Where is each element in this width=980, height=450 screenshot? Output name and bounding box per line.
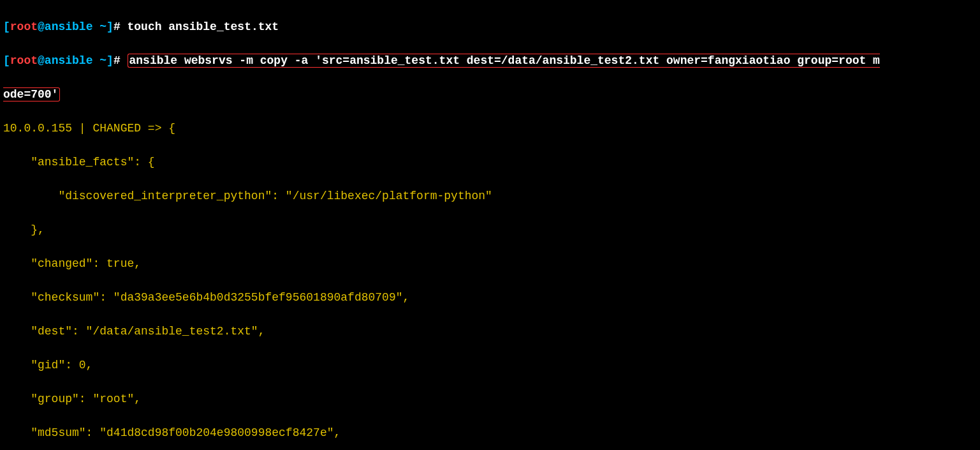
output-line: "discovered_interpreter_python": "/usr/l… bbox=[3, 188, 977, 205]
output-line: "ansible_facts": { bbox=[3, 154, 977, 171]
prompt-host: ansible bbox=[45, 20, 93, 33]
terminal-output[interactable]: [root@ansible ~]# touch ansible_test.txt… bbox=[0, 0, 980, 450]
output-line: "group": "root", bbox=[3, 391, 977, 408]
highlight-box-start: ansible websrvs -m copy -a 'src=ansible_… bbox=[128, 54, 880, 68]
prompt-path: ~ bbox=[92, 20, 106, 33]
command-touch: touch ansible_test.txt bbox=[128, 20, 279, 33]
command-line-2-cont: ode=700' bbox=[3, 86, 977, 103]
command-line-1: [root@ansible ~]# touch ansible_test.txt bbox=[3, 19, 977, 36]
output-line: 10.0.0.155 | CHANGED => { bbox=[3, 120, 977, 137]
prompt-at: @ bbox=[38, 20, 45, 33]
prompt-user: root bbox=[10, 54, 38, 67]
prompt-user: root bbox=[10, 20, 38, 33]
prompt-host: ansible bbox=[45, 54, 93, 67]
output-line: "dest": "/data/ansible_test2.txt", bbox=[3, 323, 977, 340]
output-line: "gid": 0, bbox=[3, 357, 977, 374]
prompt-bracket-open: [ bbox=[3, 54, 10, 67]
prompt-hash: # bbox=[113, 54, 128, 67]
output-line: "changed": true, bbox=[3, 255, 977, 273]
highlight-box-end: ode=700' bbox=[3, 87, 60, 101]
prompt-bracket-close: ] bbox=[106, 54, 113, 67]
prompt-at: @ bbox=[38, 54, 45, 67]
command-line-2: [root@ansible ~]# ansible websrvs -m cop… bbox=[3, 52, 977, 70]
output-line: }, bbox=[3, 221, 977, 239]
output-line: "md5sum": "d41d8cd98f00b204e9800998ecf84… bbox=[3, 424, 977, 442]
prompt-path: ~ bbox=[92, 54, 106, 67]
prompt-bracket-close: ] bbox=[106, 20, 113, 33]
prompt-hash: # bbox=[113, 20, 128, 33]
output-line: "checksum": "da39a3ee5e6b4b0d3255bfef956… bbox=[3, 289, 977, 306]
command-ansible-part1: ansible websrvs -m copy -a 'src=ansible_… bbox=[129, 54, 880, 67]
command-ansible-part2: ode=700' bbox=[3, 88, 58, 101]
prompt-bracket-open: [ bbox=[3, 20, 10, 33]
